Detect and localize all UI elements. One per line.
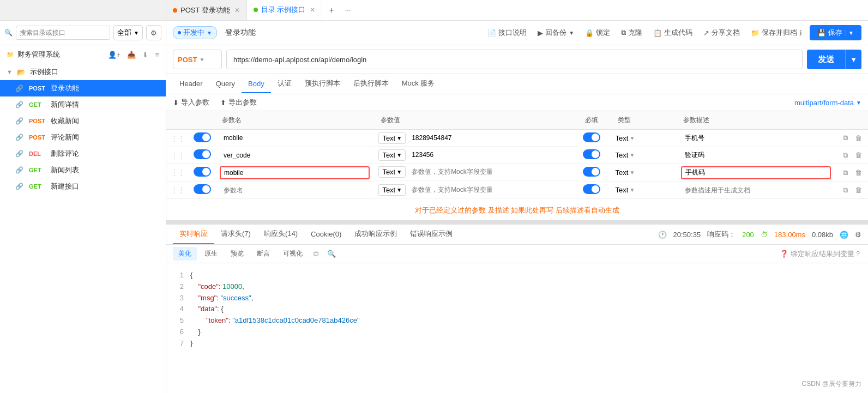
copy-row-2[interactable]: ⧉: [840, 150, 851, 161]
copy-row-3[interactable]: ⧉: [840, 167, 851, 178]
url-input[interactable]: [226, 50, 803, 69]
param-text-type-2[interactable]: Text▼: [378, 149, 406, 161]
param-value-1[interactable]: [408, 132, 574, 144]
search-filter-select[interactable]: 全部 ▼: [113, 25, 143, 40]
status-badge[interactable]: 开发中 ▼: [173, 26, 217, 39]
tab-close-0[interactable]: ✕: [234, 7, 240, 14]
drag-handle-4[interactable]: ⋮⋮: [171, 186, 185, 194]
tab-post-login[interactable]: POST 登录功能 ✕: [166, 0, 247, 20]
param-name-2[interactable]: [220, 149, 370, 161]
sidebar-item-post-login[interactable]: 🔗 POST 登录功能: [0, 80, 166, 96]
type-dropdown-2[interactable]: ▼: [629, 152, 635, 158]
clone-button[interactable]: ⧉ 克隆: [618, 26, 646, 40]
resp-body-tab-visual[interactable]: 可视化: [278, 247, 308, 261]
menu-icon[interactable]: ≡: [155, 51, 159, 59]
search-input[interactable]: [16, 26, 110, 40]
tab-auth[interactable]: 认证: [271, 74, 298, 94]
type-dropdown-1[interactable]: ▼: [629, 135, 635, 141]
sidebar-item-del-comment[interactable]: 🔗 DEL 删除评论: [0, 146, 166, 162]
param-desc-4[interactable]: [681, 184, 831, 196]
type-dropdown-3[interactable]: ▼: [629, 170, 635, 176]
sidebar-item-get-news-list[interactable]: 🔗 GET 新闻列表: [0, 162, 166, 178]
required-toggle-3[interactable]: [583, 167, 600, 177]
sidebar-item-get-news-detail[interactable]: 🔗 GET 新闻详情: [0, 96, 166, 113]
tab-header[interactable]: Header: [173, 75, 209, 93]
resp-tab-cookie[interactable]: Cookie(0): [304, 226, 348, 244]
required-toggle-4[interactable]: [583, 184, 600, 194]
export-params-button[interactable]: ⬆ 导出参数: [220, 98, 257, 107]
delete-row-2[interactable]: 🗑: [853, 150, 864, 161]
param-toggle-4[interactable]: [194, 184, 211, 194]
param-name-4[interactable]: [220, 184, 370, 196]
tab-add-button[interactable]: +: [322, 5, 340, 15]
resp-body-tab-assert[interactable]: 断言: [251, 247, 275, 261]
send-button[interactable]: 发送: [807, 50, 845, 69]
copy-row-4[interactable]: ⧉: [840, 185, 851, 196]
resp-tab-req-headers[interactable]: 请求头(7): [214, 225, 257, 244]
param-toggle-1[interactable]: [194, 132, 211, 142]
sidebar-item-post-collect[interactable]: 🔗 POST 收藏新闻: [0, 113, 166, 129]
copy-row-1[interactable]: ⧉: [840, 132, 851, 143]
backup-button[interactable]: ▶ 回备份 ▼: [534, 26, 577, 40]
import-icon[interactable]: 📥: [127, 51, 136, 59]
send-dropdown-button[interactable]: ▼: [845, 50, 861, 69]
method-select[interactable]: POST ▼: [173, 50, 222, 69]
share-button[interactable]: ↗ 分享文档: [700, 26, 743, 40]
import-params-button[interactable]: ⬇ 导入参数: [173, 98, 209, 107]
resp-tab-resp-headers[interactable]: 响应头(14): [257, 225, 304, 244]
copy-response-button[interactable]: ⧉: [310, 247, 322, 261]
param-desc-1[interactable]: [681, 132, 831, 144]
api-name-input[interactable]: [221, 27, 480, 39]
lock-button[interactable]: 🔒 锁定: [582, 26, 613, 40]
tab-pre-script[interactable]: 预执行脚本: [298, 74, 347, 94]
resp-tab-success-example[interactable]: 成功响应示例: [348, 225, 403, 244]
resp-tab-error-example[interactable]: 错误响应示例: [403, 225, 459, 244]
resp-body-tab-raw[interactable]: 原生: [199, 247, 223, 261]
code-gen-button[interactable]: 📋 生成代码: [650, 26, 696, 40]
param-name-1[interactable]: [220, 132, 370, 144]
tab-query[interactable]: Query: [209, 75, 242, 93]
sidebar-folder-example[interactable]: ▼ 📂 示例接口: [0, 64, 166, 80]
sidebar-item-post-comment[interactable]: 🔗 POST 评论新闻: [0, 129, 166, 146]
save-archive-button[interactable]: 📁 保存并归档 ℹ: [748, 26, 805, 40]
type-dropdown-4[interactable]: ▼: [629, 187, 635, 193]
param-value-3[interactable]: [408, 166, 574, 178]
delete-row-1[interactable]: 🗑: [853, 132, 864, 143]
tab-post-script[interactable]: 后执行脚本: [347, 74, 395, 94]
tab-close-1[interactable]: ✕: [310, 6, 315, 14]
required-toggle-2[interactable]: [583, 149, 600, 159]
required-toggle-1[interactable]: [583, 132, 600, 142]
param-desc-3[interactable]: [681, 166, 831, 179]
delete-row-3[interactable]: 🗑: [853, 167, 864, 178]
drag-handle[interactable]: ⋮⋮: [171, 134, 185, 142]
drag-handle-3[interactable]: ⋮⋮: [171, 168, 185, 177]
param-value-2[interactable]: [408, 149, 574, 161]
format-select[interactable]: multipart/form-data ▼: [794, 99, 861, 107]
drag-handle-2[interactable]: ⋮⋮: [171, 151, 185, 159]
search-response-button[interactable]: 🔍: [324, 247, 339, 260]
param-text-type-1[interactable]: Text▼: [378, 132, 406, 144]
delete-row-4[interactable]: 🗑: [853, 185, 864, 196]
param-toggle-2[interactable]: [194, 149, 211, 159]
param-text-type-4[interactable]: Text▼: [378, 184, 406, 196]
api-desc-button[interactable]: 📄 接口说明: [484, 26, 530, 40]
param-text-type-3[interactable]: Text▼: [378, 166, 406, 178]
param-value-4[interactable]: [408, 184, 574, 196]
resp-tab-realtime[interactable]: 实时响应: [173, 225, 214, 244]
settings-icon[interactable]: ⚙: [146, 25, 161, 40]
tab-body[interactable]: Body: [242, 75, 271, 93]
param-toggle-3[interactable]: [194, 167, 211, 177]
param-name-3[interactable]: [220, 166, 370, 179]
resp-body-tab-pretty[interactable]: 美化: [173, 247, 197, 261]
tab-example-api[interactable]: 目录 示例接口 ✕: [247, 0, 323, 20]
resp-body-tab-preview[interactable]: 预览: [225, 247, 249, 261]
save-button[interactable]: 💾 保存 ▼: [810, 25, 861, 40]
sidebar-item-get-new-api[interactable]: 🔗 GET 新建接口: [0, 178, 166, 195]
tab-more-button[interactable]: ···: [341, 6, 355, 14]
bind-response-label[interactable]: ❓ 绑定响应结果到变量？: [780, 249, 861, 259]
settings-icon-resp[interactable]: ⚙: [855, 231, 861, 239]
param-desc-2[interactable]: [681, 149, 831, 161]
add-user-icon[interactable]: 👤+: [108, 51, 121, 59]
tab-mock[interactable]: Mock 服务: [395, 74, 442, 94]
download-icon[interactable]: ⬇: [142, 51, 148, 59]
